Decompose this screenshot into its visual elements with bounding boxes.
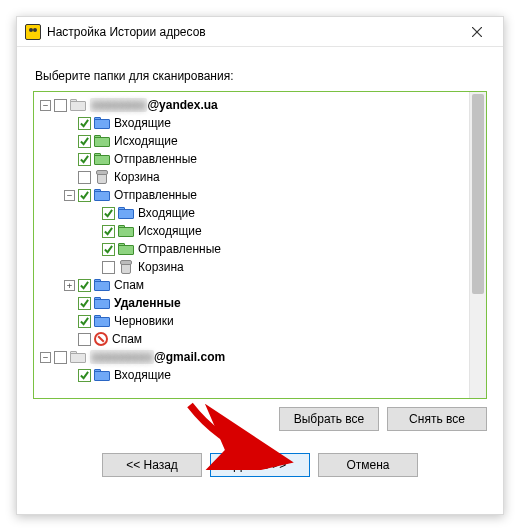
folder-icon	[94, 153, 110, 165]
tree-row[interactable]: Входящие	[36, 204, 484, 222]
tree-label: Отправленные	[138, 240, 221, 258]
checkbox[interactable]	[78, 117, 91, 130]
checkbox[interactable]	[102, 243, 115, 256]
tree-label: Удаленные	[114, 294, 181, 312]
toggle-placeholder	[64, 172, 75, 183]
tree-label: Входящие	[114, 366, 171, 384]
next-button[interactable]: Далее >>	[210, 453, 310, 477]
checkbox[interactable]	[78, 189, 91, 202]
dialog-body: Выберите папки для сканирования: − xxxxx…	[17, 47, 503, 514]
wizard-buttons-row: << Назад Далее >> Отмена	[33, 453, 487, 477]
tree-row[interactable]: + Спам	[36, 276, 484, 294]
checkbox[interactable]	[102, 225, 115, 238]
checkbox[interactable]	[54, 99, 67, 112]
tree-label: Входящие	[138, 204, 195, 222]
tree-row[interactable]: − xxxxxxxx@yandex.ua	[36, 96, 484, 114]
back-button[interactable]: << Назад	[102, 453, 202, 477]
collapse-toggle[interactable]: −	[40, 352, 51, 363]
folder-icon	[94, 297, 110, 309]
deselect-all-button[interactable]: Снять все	[387, 407, 487, 431]
toggle-placeholder	[88, 226, 99, 237]
collapse-toggle[interactable]: −	[64, 190, 75, 201]
folder-icon	[118, 243, 134, 255]
folder-icon	[94, 135, 110, 147]
tree-label: Корзина	[138, 258, 184, 276]
folder-icon	[118, 225, 134, 237]
tree-row[interactable]: Исходящие	[36, 222, 484, 240]
scrollbar[interactable]	[469, 92, 486, 398]
tree-label: Отправленные	[114, 150, 197, 168]
select-all-button[interactable]: Выбрать все	[279, 407, 379, 431]
toggle-placeholder	[64, 136, 75, 147]
close-button[interactable]	[457, 18, 497, 46]
expand-toggle[interactable]: +	[64, 280, 75, 291]
toggle-placeholder	[64, 370, 75, 381]
folder-icon	[94, 315, 110, 327]
checkbox[interactable]	[78, 153, 91, 166]
folder-icon	[70, 99, 86, 111]
window-title: Настройка Истории адресов	[47, 25, 457, 39]
tree-row[interactable]: Черновики	[36, 312, 484, 330]
folder-icon	[94, 369, 110, 381]
tree-row[interactable]: Спам	[36, 330, 484, 348]
toggle-placeholder	[88, 208, 99, 219]
checkbox[interactable]	[78, 369, 91, 382]
close-icon	[472, 27, 482, 37]
folder-icon	[118, 207, 134, 219]
folder-icon	[94, 189, 110, 201]
tree-row[interactable]: Исходящие	[36, 132, 484, 150]
titlebar: Настройка Истории адресов	[17, 17, 503, 47]
collapse-toggle[interactable]: −	[40, 100, 51, 111]
selection-buttons-row: Выбрать все Снять все	[33, 407, 487, 431]
checkbox[interactable]	[78, 171, 91, 184]
app-icon	[25, 24, 41, 40]
tree-label: Спам	[112, 330, 142, 348]
trash-icon	[96, 170, 108, 184]
tree-row[interactable]: − xxxxxxxxx@gmail.com	[36, 348, 484, 366]
checkbox[interactable]	[102, 207, 115, 220]
dialog-window: Настройка Истории адресов Выберите папки…	[16, 16, 504, 515]
checkbox[interactable]	[54, 351, 67, 364]
tree-label: Входящие	[114, 114, 171, 132]
checkbox[interactable]	[78, 315, 91, 328]
tree-label: Черновики	[114, 312, 174, 330]
toggle-placeholder	[88, 244, 99, 255]
checkbox[interactable]	[78, 279, 91, 292]
folder-icon	[94, 279, 110, 291]
checkbox[interactable]	[78, 333, 91, 346]
tree-row[interactable]: Отправленные	[36, 240, 484, 258]
folder-icon	[94, 117, 110, 129]
tree-row[interactable]: Удаленные	[36, 294, 484, 312]
toggle-placeholder	[64, 334, 75, 345]
toggle-placeholder	[64, 154, 75, 165]
tree-row[interactable]: Входящие	[36, 366, 484, 384]
tree-row[interactable]: Отправленные	[36, 150, 484, 168]
checkbox[interactable]	[102, 261, 115, 274]
tree-label: Отправленные	[114, 186, 197, 204]
tree-label: Исходящие	[138, 222, 202, 240]
spam-icon	[94, 332, 108, 346]
prompt-label: Выберите папки для сканирования:	[35, 69, 487, 83]
tree-label: xxxxxxxxx@gmail.com	[90, 348, 225, 366]
tree-row[interactable]: Корзина	[36, 258, 484, 276]
toggle-placeholder	[64, 316, 75, 327]
toggle-placeholder	[64, 118, 75, 129]
trash-icon	[120, 260, 132, 274]
tree-label: xxxxxxxx@yandex.ua	[90, 96, 218, 114]
folder-tree[interactable]: − xxxxxxxx@yandex.ua Входящие Исходящие …	[33, 91, 487, 399]
tree-label: Спам	[114, 276, 144, 294]
toggle-placeholder	[88, 262, 99, 273]
tree-row[interactable]: − Отправленные	[36, 186, 484, 204]
checkbox[interactable]	[78, 297, 91, 310]
checkbox[interactable]	[78, 135, 91, 148]
scrollbar-thumb[interactable]	[472, 94, 484, 294]
tree-label: Исходящие	[114, 132, 178, 150]
tree-row[interactable]: Входящие	[36, 114, 484, 132]
folder-icon	[70, 351, 86, 363]
toggle-placeholder	[64, 298, 75, 309]
tree-row[interactable]: Корзина	[36, 168, 484, 186]
tree-label: Корзина	[114, 168, 160, 186]
cancel-button[interactable]: Отмена	[318, 453, 418, 477]
